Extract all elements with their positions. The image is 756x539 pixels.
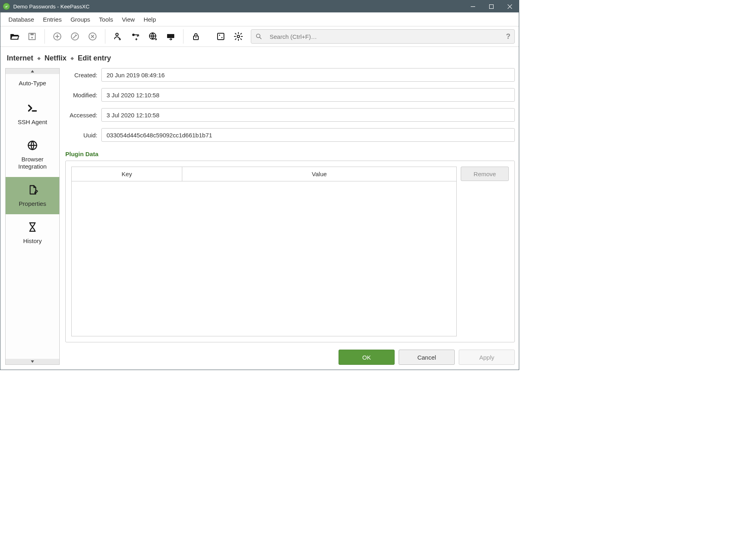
search-box[interactable]: ? <box>251 29 515 44</box>
svg-marker-37 <box>31 360 34 363</box>
sidebar-item-ssh-agent[interactable]: SSH Agent <box>6 95 59 133</box>
svg-rect-28 <box>218 33 224 40</box>
open-database-button[interactable] <box>6 28 23 45</box>
menu-help[interactable]: Help <box>139 14 160 24</box>
svg-point-31 <box>237 35 240 38</box>
breadcrumb-item: Edit entry <box>78 54 111 62</box>
app-logo-icon <box>3 3 10 10</box>
sidebar-scroll-up-button[interactable] <box>6 68 59 74</box>
menu-groups[interactable]: Groups <box>67 14 94 24</box>
cancel-button[interactable]: Cancel <box>399 350 455 365</box>
svg-rect-24 <box>169 36 172 37</box>
password-generator-button[interactable] <box>212 28 229 45</box>
modified-label: Modified: <box>65 92 97 99</box>
plugin-data-title: Plugin Data <box>65 151 515 157</box>
svg-rect-1 <box>489 4 493 8</box>
window-minimize-button[interactable] <box>464 0 482 12</box>
svg-rect-22 <box>173 35 173 36</box>
save-database-button[interactable] <box>24 28 40 45</box>
sidebar-item-label: Browser Integration <box>7 156 58 171</box>
sidebar-item-browser-integration[interactable]: Browser Integration <box>6 133 59 177</box>
sidebar-item-properties[interactable]: Properties <box>6 177 59 214</box>
svg-rect-21 <box>171 35 172 36</box>
copy-url-button[interactable] <box>145 28 161 45</box>
sidebar-item-label: History <box>23 237 42 245</box>
svg-rect-6 <box>30 33 34 35</box>
svg-line-33 <box>260 37 261 39</box>
search-input[interactable] <box>270 33 503 40</box>
modified-field: 3 Jul 2020 12:10:58 <box>101 88 515 102</box>
document-edit-icon <box>27 184 38 195</box>
table-header-key[interactable]: Key <box>72 167 182 181</box>
window-close-button[interactable] <box>500 0 519 12</box>
globe-icon <box>27 140 38 151</box>
dialog-footer: OK Cancel Apply <box>65 350 515 365</box>
svg-rect-20 <box>170 35 171 36</box>
plugin-data-table[interactable]: Key Value <box>71 167 457 336</box>
svg-point-32 <box>256 34 260 38</box>
sidebar-scroll-down-button[interactable] <box>6 359 59 364</box>
apply-button[interactable]: Apply <box>459 350 515 365</box>
svg-rect-18 <box>168 35 169 36</box>
svg-point-27 <box>196 37 197 38</box>
breadcrumb: Internet ◆ Netflix ◆ Edit entry <box>7 54 514 62</box>
uuid-field: 033054d445c648c59092cc1d661b1b71 <box>101 128 515 142</box>
delete-entry-button[interactable] <box>84 28 101 45</box>
settings-button[interactable] <box>230 28 247 45</box>
breadcrumb-item: Internet <box>7 54 33 62</box>
properties-panel: Created: 20 Jun 2019 08:49:16 Modified: … <box>65 68 515 365</box>
hourglass-icon <box>27 221 38 233</box>
table-header-row: Key Value <box>72 167 456 181</box>
copy-password-button[interactable] <box>127 28 144 45</box>
sidebar-item-label: SSH Agent <box>18 119 47 126</box>
sidebar-item-auto-type[interactable]: Auto-Type <box>6 74 59 95</box>
edit-entry-button[interactable] <box>67 28 83 45</box>
svg-rect-25 <box>173 36 173 37</box>
svg-point-30 <box>222 37 223 38</box>
sidebar-item-history[interactable]: History <box>6 214 59 251</box>
created-field: 20 Jun 2019 08:49:16 <box>101 68 515 82</box>
entry-section-sidebar: Auto-Type SSH Agent Browser Integration … <box>5 68 60 365</box>
terminal-icon <box>27 103 38 114</box>
uuid-label: Uuid: <box>65 132 97 139</box>
ok-button[interactable]: OK <box>339 350 395 365</box>
svg-rect-23 <box>168 36 169 37</box>
search-icon <box>255 33 262 40</box>
remove-button[interactable]: Remove <box>461 167 509 181</box>
window-title: Demo Passwords - KeePassXC <box>13 4 464 10</box>
menu-view[interactable]: View <box>118 14 139 24</box>
copy-username-button[interactable] <box>109 28 126 45</box>
svg-point-14 <box>116 33 118 36</box>
breadcrumb-separator-icon: ◆ <box>37 56 40 61</box>
plugin-data-box: Key Value Remove <box>65 161 515 342</box>
table-body <box>72 181 456 336</box>
help-icon[interactable]: ? <box>506 32 510 41</box>
svg-point-29 <box>219 35 220 36</box>
breadcrumb-separator-icon: ◆ <box>71 56 74 61</box>
menubar: Database Entries Groups Tools View Help <box>0 12 519 26</box>
table-header-value[interactable]: Value <box>182 167 456 181</box>
auto-type-button[interactable] <box>162 28 179 45</box>
toolbar: ? <box>0 26 519 47</box>
menu-entries[interactable]: Entries <box>39 14 66 24</box>
accessed-field: 3 Jul 2020 12:10:58 <box>101 108 515 122</box>
breadcrumb-item: Netflix <box>44 54 67 62</box>
svg-marker-34 <box>31 70 34 72</box>
sidebar-item-label: Properties <box>19 200 46 208</box>
sidebar-item-label: Auto-Type <box>19 80 46 87</box>
menu-database[interactable]: Database <box>4 14 38 24</box>
accessed-label: Accessed: <box>65 112 97 119</box>
window-maximize-button[interactable] <box>482 0 500 12</box>
new-entry-button[interactable] <box>49 28 66 45</box>
window-titlebar: Demo Passwords - KeePassXC <box>0 0 519 12</box>
svg-point-5 <box>31 37 33 38</box>
created-label: Created: <box>65 72 97 78</box>
svg-rect-19 <box>169 35 170 36</box>
lock-database-button[interactable] <box>187 28 204 45</box>
menu-tools[interactable]: Tools <box>95 14 117 24</box>
